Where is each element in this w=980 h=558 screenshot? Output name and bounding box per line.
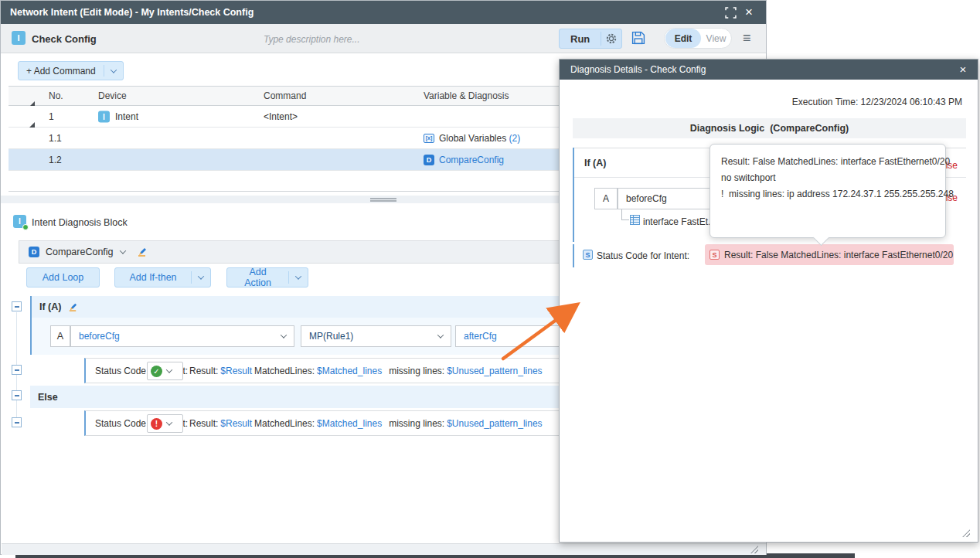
config-table-icon [630,215,640,225]
collapse-icon[interactable] [12,301,22,311]
window-titlebar: Network Intent (Edit Mode) - My Intents/… [1,1,766,24]
missing-label: missing lines: [389,366,444,376]
chevron-down-icon[interactable] [104,69,123,73]
condition-key-label: A [57,331,63,342]
collapse-icon[interactable] [12,390,22,400]
intent-icon: I [98,111,110,122]
execution-time: Execution Time: 12/23/2024 06:10:43 PM [792,97,962,107]
menu-icon[interactable]: ≡ [743,30,751,46]
chevron-down-icon[interactable] [192,275,210,280]
global-variables-count[interactable]: (2) [509,133,521,144]
if-label: If (A) [39,301,61,312]
panel-condition-key: A [594,188,618,209]
diagnosis-icon: D [29,247,39,257]
chevron-down-icon[interactable] [289,275,308,280]
chevron-down-icon [166,419,172,425]
global-variables-link[interactable]: Global Variables (2) [439,133,520,144]
run-button[interactable]: Run [560,33,601,45]
global-variables-label: Global Variables [439,133,506,144]
edit-view-toggle: Edit View [664,28,732,49]
toolbar: I Check Config Type description here... … [1,24,766,53]
add-action-label: Add Action [227,267,288,288]
close-icon[interactable]: × [741,4,757,21]
matched-var: $Matched_lines [317,418,382,429]
tree-connector [621,209,622,220]
rule-dropdown[interactable]: MP(Rule1) [301,325,451,347]
row-no: 1 [49,111,54,122]
run-settings-gear-icon[interactable] [601,33,621,44]
collapse-icon[interactable] [12,365,22,375]
status-code-dropdown[interactable]: ✓ [147,362,183,380]
col-variable-diagnosis: Variable & Diagnosis [424,90,509,101]
add-loop-button[interactable]: Add Loop [26,267,100,288]
intent-letter: I [19,217,21,226]
add-command-button[interactable]: + Add Command [18,61,124,80]
status-message[interactable]: Result:$ResultMatchedLines:$Matched_line… [189,366,545,376]
green-dot [22,224,29,230]
toggle-edit[interactable]: Edit [665,29,701,48]
missing-var: $Unused_pattern_lines [447,366,542,376]
result-var: $Result [220,418,252,429]
status-result-highlight[interactable]: S Result: False MatchedLines: interface … [705,244,954,265]
before-config-dropdown[interactable]: beforeCfg [70,325,294,347]
row-no: 1.2 [49,155,62,165]
resize-grip-icon[interactable] [962,529,970,537]
chevron-down-icon [437,332,444,338]
status-code-icon: S [709,250,720,260]
add-loop-label: Add Loop [27,272,99,283]
toggle-view[interactable]: View [701,33,731,44]
description-input[interactable]: Type description here... [264,34,360,45]
diagnosis-details-panel: Diagnosis Details - Check Config × Execu… [559,59,978,543]
result-label: Result: [189,418,218,429]
close-icon[interactable]: × [956,61,970,78]
tooltip-line: no switchport [721,170,934,186]
panel-titlebar: Diagnosis Details - Check Config × [560,60,978,80]
matched-label: MatchedLines: [254,418,315,429]
save-icon[interactable] [631,31,645,45]
intent-diagnosis-icon: I [13,215,26,228]
tooltip-line: ! missing lines: ip address 172.24.37.1 … [721,186,934,202]
status-message[interactable]: Result:$ResultMatchedLines:$Matched_line… [189,418,545,429]
result-var: $Result [220,366,252,376]
edit-pencil-icon[interactable] [67,301,78,314]
status-row-accent [573,244,574,267]
add-if-then-button[interactable]: Add If-then [114,267,211,288]
diagnosis-logic-title: Diagnosis Logic (CompareConfig) [573,118,966,138]
matched-var: $Matched_lines [317,366,382,376]
before-config-label: beforeCfg [626,193,667,204]
result-label: Result: [189,366,218,376]
collapse-row-icon[interactable] [29,111,35,122]
chevron-down-icon[interactable] [119,247,125,253]
status-code-dropdown[interactable]: ! [147,414,183,433]
result-tooltip: Result: False MatchedLines: interface Fa… [709,144,946,238]
tree-item-label[interactable]: interface FastEt... [643,216,716,227]
window-footer [2,543,766,555]
missing-var: $Unused_pattern_lines [447,418,542,429]
edit-pencil-icon[interactable] [136,245,148,259]
add-if-then-label: Add If-then [115,272,191,283]
status-result-text: Result: False MatchedLines: interface Fa… [724,250,953,260]
screen: Network Intent (Edit Mode) - My Intents/… [0,0,980,558]
row-device: Intent [115,111,138,122]
chevron-down-icon [166,366,172,373]
collapse-icon[interactable] [12,417,22,427]
chevron-down-icon [281,332,287,338]
diagnosis-icon: D [424,155,434,165]
if-block-accent [573,148,574,242]
success-status-icon: ✓ [151,366,162,377]
intent-diagnosis-block-title: Intent Diagnosis Block [32,217,128,228]
condition-key: A [50,325,70,347]
row-command: <Intent> [264,111,298,122]
compare-config-link[interactable]: CompareConfig [439,155,504,165]
panel-if-label: If (A) [584,158,606,168]
collapse-all-icon[interactable] [29,90,35,101]
rule-value: MP(Rule1) [309,331,438,342]
status-code-icon: S [583,250,593,260]
add-action-button[interactable]: Add Action [226,267,308,288]
before-config-value: beforeCfg [79,331,281,342]
row-no: 1.1 [49,133,62,144]
fullscreen-icon[interactable] [725,7,737,19]
resize-grip-icon[interactable] [750,546,758,553]
diagnosis-selector-value: CompareConfig [46,247,114,257]
col-no: No. [49,90,63,101]
